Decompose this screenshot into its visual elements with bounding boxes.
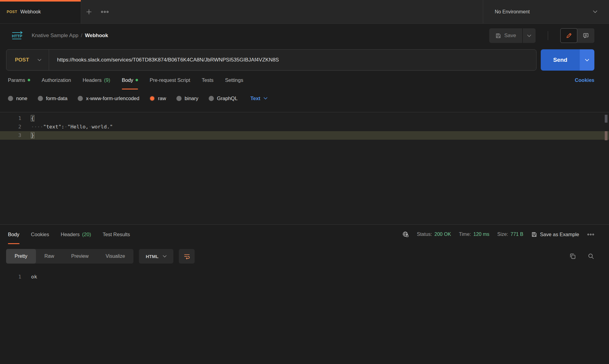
response-options-icon[interactable] bbox=[587, 233, 594, 236]
time-value: 120 ms bbox=[473, 232, 489, 237]
scrollbar-mark[interactable] bbox=[605, 131, 607, 140]
format-selector[interactable]: HTML bbox=[139, 249, 173, 264]
new-tab-button[interactable] bbox=[81, 0, 97, 23]
tab-settings[interactable]: Settings bbox=[225, 71, 243, 89]
save-as-example-button[interactable]: Save as Example bbox=[531, 232, 579, 237]
mode-form-data[interactable]: form-data bbox=[38, 96, 68, 101]
http-request-icon: HTTP bbox=[11, 31, 25, 40]
edit-comment-group bbox=[560, 28, 594, 43]
radio-icon bbox=[78, 96, 83, 101]
view-raw[interactable]: Raw bbox=[36, 249, 63, 264]
radio-icon bbox=[8, 96, 13, 101]
send-button[interactable]: Send bbox=[541, 49, 580, 71]
chevron-down-icon bbox=[527, 34, 531, 37]
request-header: HTTP Knative Sample App / Webhook Save bbox=[0, 24, 609, 47]
response-actions bbox=[569, 253, 594, 260]
response-tabs: Body Cookies Headers (20) Test Results bbox=[0, 225, 609, 244]
tab-headers[interactable]: Headers (9) bbox=[83, 71, 110, 89]
mode-graphql[interactable]: GraphQL bbox=[209, 96, 238, 101]
wrap-lines-button[interactable] bbox=[179, 249, 195, 264]
response-text: ok bbox=[21, 273, 37, 281]
tab-options-button[interactable] bbox=[97, 0, 113, 23]
tab-title: Webhook bbox=[20, 9, 41, 15]
size-pair: Size: 771 B bbox=[497, 232, 523, 237]
url-row: POST https://hooks.slack.com/services/T0… bbox=[0, 47, 609, 71]
time-label: Time: bbox=[459, 232, 471, 237]
request-tab-webhook[interactable]: POST Webhook bbox=[0, 0, 81, 23]
response-tab-test-results[interactable]: Test Results bbox=[103, 225, 130, 244]
body-mode-row: none form-data x-www-form-urlencoded raw… bbox=[0, 89, 609, 107]
edit-request-button[interactable] bbox=[560, 28, 577, 43]
network-globe-icon[interactable] bbox=[402, 231, 409, 238]
scrollbar-mark[interactable] bbox=[605, 115, 607, 123]
tab-body[interactable]: Body bbox=[122, 71, 138, 89]
editor-line: 2 ····"text":·"Hello,·world." bbox=[0, 123, 609, 131]
url-input[interactable]: https://hooks.slack.com/services/T06TD83… bbox=[49, 57, 287, 63]
headers-count: (9) bbox=[104, 77, 110, 83]
line-number: 3 bbox=[0, 131, 21, 140]
response-line: 1 ok bbox=[0, 273, 609, 281]
body-active-dot bbox=[136, 79, 138, 81]
response-body[interactable]: 1 ok bbox=[0, 264, 609, 281]
radio-icon bbox=[38, 96, 43, 101]
method-selector[interactable]: POST bbox=[6, 57, 29, 63]
tab-pre-request-script[interactable]: Pre-request Script bbox=[150, 71, 190, 89]
size-label: Size: bbox=[497, 232, 508, 237]
save-icon bbox=[531, 232, 537, 237]
mode-x-www-form-urlencoded[interactable]: x-www-form-urlencoded bbox=[78, 96, 139, 101]
time-pair: Time: 120 ms bbox=[459, 232, 489, 237]
response-tab-headers[interactable]: Headers (20) bbox=[61, 225, 91, 244]
breadcrumb-separator: / bbox=[81, 33, 83, 38]
request-body-editor[interactable]: 1 { 2 ····"text":·"Hello,·world." 3 } bbox=[0, 112, 609, 225]
request-tabs: Params Authorization Headers (9) Body Pr… bbox=[0, 71, 609, 89]
chevron-down-icon bbox=[163, 255, 167, 257]
editor-line: 1 { bbox=[0, 114, 609, 123]
save-button-group: Save bbox=[489, 28, 536, 43]
view-pretty[interactable]: Pretty bbox=[6, 249, 36, 264]
close-brace: } bbox=[31, 132, 34, 138]
line-number: 1 bbox=[0, 114, 21, 123]
search-icon[interactable] bbox=[588, 253, 594, 260]
tab-bar: POST Webhook No Environment bbox=[0, 0, 609, 24]
send-options-button[interactable] bbox=[580, 49, 594, 71]
chevron-down-icon bbox=[593, 10, 597, 13]
tab-tests[interactable]: Tests bbox=[202, 71, 214, 89]
view-preview[interactable]: Preview bbox=[63, 249, 97, 264]
radio-selected-icon bbox=[150, 96, 155, 101]
tab-params[interactable]: Params bbox=[8, 71, 30, 89]
url-bar: POST https://hooks.slack.com/services/T0… bbox=[6, 49, 536, 71]
postman-app: POST Webhook No Environment HTTP bbox=[0, 0, 609, 281]
mode-binary[interactable]: binary bbox=[176, 96, 198, 101]
response-meta: Status: 200 OK Time: 120 ms Size: 771 B bbox=[402, 225, 594, 244]
status-pair: Status: 200 OK bbox=[417, 232, 451, 237]
tab-authorization[interactable]: Authorization bbox=[42, 71, 71, 89]
save-button[interactable]: Save bbox=[489, 28, 522, 43]
editor-line-active: 3 } bbox=[0, 131, 609, 140]
environment-label: No Environment bbox=[495, 9, 530, 15]
send-button-group: Send bbox=[541, 49, 594, 71]
status-label: Status: bbox=[417, 232, 432, 237]
breadcrumb-collection[interactable]: Knative Sample App bbox=[32, 33, 78, 38]
cookies-link[interactable]: Cookies bbox=[575, 77, 594, 83]
whitespace-dot: · bbox=[64, 124, 67, 130]
breadcrumb-request: Webhook bbox=[85, 33, 108, 38]
mode-raw[interactable]: raw bbox=[150, 96, 166, 101]
view-visualize[interactable]: Visualize bbox=[97, 249, 134, 264]
environment-selector[interactable]: No Environment bbox=[483, 0, 609, 23]
language-selector[interactable]: Text bbox=[250, 96, 267, 101]
response-tab-cookies[interactable]: Cookies bbox=[31, 225, 49, 244]
code-token: world." bbox=[92, 124, 113, 130]
chevron-down-icon[interactable] bbox=[37, 59, 41, 61]
response-tab-body[interactable]: Body bbox=[8, 225, 19, 244]
mode-none[interactable]: none bbox=[8, 96, 27, 101]
copy-icon[interactable] bbox=[569, 253, 576, 260]
chevron-down-icon bbox=[585, 59, 589, 61]
comments-button[interactable] bbox=[577, 28, 594, 43]
wrap-text-icon bbox=[184, 253, 190, 260]
save-options-button[interactable] bbox=[523, 28, 536, 43]
code-token: "text": bbox=[43, 124, 65, 130]
header-divider bbox=[548, 31, 548, 40]
breadcrumb: Knative Sample App / Webhook bbox=[32, 33, 108, 39]
response-headers-count: (20) bbox=[82, 232, 91, 237]
more-options-icon bbox=[101, 10, 109, 13]
